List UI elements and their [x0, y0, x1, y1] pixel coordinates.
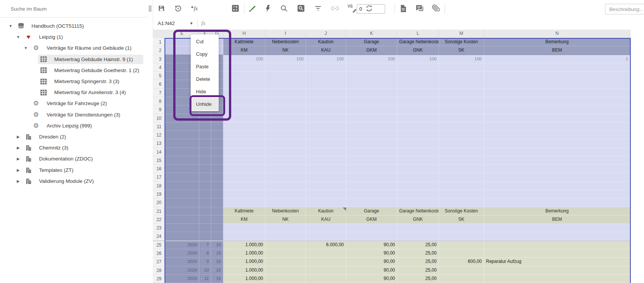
row-header-5[interactable]: 5 [153, 72, 163, 80]
tree-item[interactable]: ▶Validierung Module (ZV) [0, 176, 147, 187]
grid-cell[interactable] [439, 190, 484, 198]
grid-cell[interactable] [397, 232, 439, 241]
grid-cell[interactable] [306, 156, 346, 165]
grid-cell[interactable] [346, 97, 397, 105]
grid-cell[interactable] [265, 241, 306, 249]
grid-cell[interactable] [439, 139, 484, 148]
grid-cell[interactable] [199, 190, 211, 198]
grid-cell[interactable] [439, 182, 484, 190]
comment-icon[interactable] [413, 2, 426, 15]
row-header-21[interactable]: 21 [153, 207, 163, 215]
row-header-22[interactable]: 22 [153, 215, 163, 224]
grid-cell[interactable] [265, 89, 306, 97]
save-icon[interactable] [155, 2, 168, 15]
grid-cell[interactable]: 1.000,00 [223, 275, 265, 283]
grid-cell[interactable] [265, 224, 306, 232]
grid-cell[interactable] [346, 131, 397, 139]
grid-cell[interactable]: Garage [346, 207, 397, 215]
tree-expand-icon[interactable]: ▶ [15, 142, 21, 153]
grid-cell[interactable] [211, 173, 223, 181]
tree-item[interactable]: Mietvertrag für Aurelienstr. 3 (4) [0, 87, 147, 98]
grid-cell[interactable] [223, 182, 265, 190]
grid-cell[interactable] [484, 89, 630, 97]
grid-cell[interactable] [265, 139, 306, 148]
grid-cell[interactable] [306, 114, 346, 123]
grid-cell[interactable] [165, 224, 199, 232]
grid-cell[interactable]: Garage Nebenkosten [397, 38, 439, 46]
tree-item[interactable]: Mietvertrag Gebäude Goethestr. 1 (2) [0, 65, 147, 76]
grid-cell[interactable]: Kaution [306, 38, 346, 46]
grid-cell[interactable] [223, 232, 265, 241]
grid-cell[interactable]: KAU [306, 215, 346, 224]
row-header-19[interactable]: 19 [153, 190, 163, 198]
grid-cell[interactable] [199, 173, 211, 181]
grid-cell[interactable] [439, 114, 484, 123]
row-header-28[interactable]: 28 [153, 266, 163, 275]
context-menu-item-delete[interactable]: Delete [191, 73, 219, 85]
grid-cell[interactable] [165, 148, 199, 156]
grid-cell[interactable]: 25,00 [397, 249, 439, 258]
grid-cell[interactable] [165, 139, 199, 148]
tree-item[interactable]: ▼Handbuch (OCT51115) [0, 20, 147, 31]
grid-cell[interactable] [346, 198, 397, 207]
grid-cell[interactable] [397, 114, 439, 123]
grid-cell[interactable] [346, 105, 397, 114]
column-header-H[interactable]: H [223, 30, 265, 38]
grid-cell[interactable]: NK [265, 46, 306, 55]
grid-cell[interactable] [484, 173, 630, 181]
grid-cell[interactable] [484, 148, 630, 156]
grid-cell[interactable] [397, 148, 439, 156]
grid-cell[interactable] [211, 123, 223, 131]
grid-cell[interactable] [306, 148, 346, 156]
tree-item[interactable]: ⚙Verträge für Fahrzeuge (2) [0, 98, 147, 109]
grid-cell[interactable] [223, 165, 265, 173]
grid-cell[interactable] [223, 190, 265, 198]
grid-cell[interactable] [306, 173, 346, 181]
grid-cell[interactable] [484, 72, 630, 80]
grid-cell[interactable] [265, 72, 306, 80]
grid-cell[interactable] [397, 156, 439, 165]
grid-cell[interactable]: BEM [484, 46, 630, 55]
grid-cell[interactable] [484, 232, 630, 241]
grid-cell[interactable] [439, 249, 484, 258]
grid-cell[interactable] [484, 266, 630, 275]
tree-item[interactable]: ▶Templates (ZT) [0, 165, 147, 176]
format-brush-icon[interactable] [246, 2, 259, 15]
grid-cell[interactable] [484, 123, 630, 131]
row-header-14[interactable]: 14 [153, 148, 163, 156]
grid-cell[interactable] [265, 190, 306, 198]
grid-cell[interactable]: Reparatur Aufzug [484, 258, 630, 266]
context-menu-item-paste[interactable]: Paste [191, 60, 219, 73]
grid-cell[interactable]: Garage Nebenkosten [397, 207, 439, 215]
grid-cell[interactable] [265, 148, 306, 156]
grid-cell[interactable] [306, 275, 346, 283]
grid-cell[interactable]: Sonstige Kosten [439, 38, 484, 46]
grid-cell[interactable] [346, 63, 397, 72]
grid-cell[interactable] [223, 97, 265, 105]
grid-cell[interactable] [484, 224, 630, 232]
grid-cell[interactable] [165, 207, 199, 215]
grid-cell[interactable]: 100 [346, 55, 397, 63]
grid-cell[interactable] [265, 258, 306, 266]
grid-cell[interactable] [484, 97, 630, 105]
grid-cell[interactable]: 600,00 [439, 258, 484, 266]
grid-cell[interactable] [484, 80, 630, 88]
grid-cell[interactable] [211, 114, 223, 123]
row-header-4[interactable]: 4 [153, 63, 163, 72]
tree-collapse-icon[interactable]: ▼ [23, 42, 29, 53]
grid-cell[interactable] [397, 139, 439, 148]
tree-collapse-icon[interactable]: ▼ [15, 31, 21, 42]
grid-cell[interactable] [397, 105, 439, 114]
cell-reference-box[interactable]: A1:N42 [158, 17, 175, 30]
column-header-L[interactable]: L [397, 30, 439, 38]
grid-cell[interactable] [439, 63, 484, 72]
grid-cell[interactable] [265, 173, 306, 181]
panel-splitter-handle[interactable] [147, 0, 153, 17]
grid-cell[interactable] [265, 198, 306, 207]
grid-cell[interactable]: SK [439, 215, 484, 224]
grid-cell[interactable]: 9 [199, 258, 211, 266]
grid-cell[interactable] [439, 165, 484, 173]
grid-cell[interactable]: 11 [199, 275, 211, 283]
grid-cell[interactable]: Kaltmiete [223, 207, 265, 215]
grid-cell[interactable] [165, 232, 199, 241]
